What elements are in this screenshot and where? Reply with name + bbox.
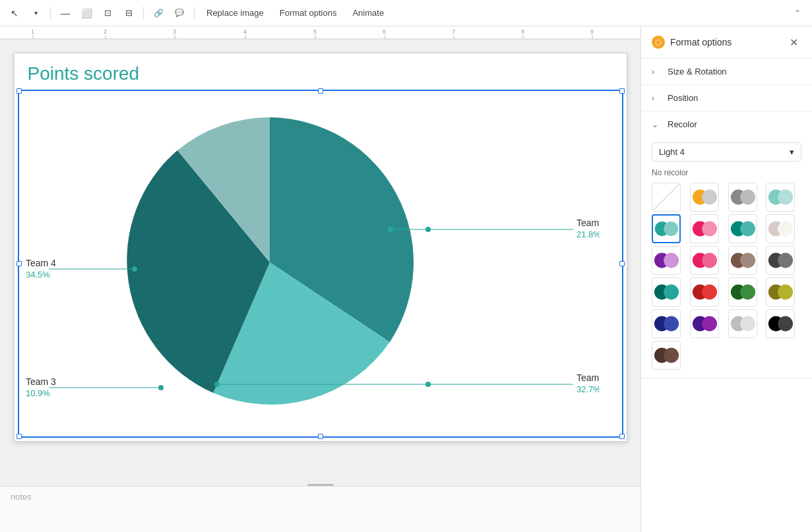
- svg-text:9: 9: [590, 28, 594, 35]
- divider-1: [50, 7, 51, 20]
- swatch-purple[interactable]: [652, 246, 681, 275]
- slide-container: Points scored: [0, 40, 640, 483]
- handle-bottom-center[interactable]: [318, 434, 323, 439]
- svg-text:4: 4: [243, 28, 247, 35]
- link-tool[interactable]: 🔗: [149, 4, 168, 22]
- svg-point-41: [702, 190, 717, 205]
- swatch-no-recolor[interactable]: [652, 183, 681, 212]
- svg-point-36: [158, 385, 164, 390]
- format-panel-title: Format options: [670, 37, 780, 47]
- svg-text:5: 5: [313, 28, 317, 35]
- swatch-dark-teal2[interactable]: [728, 278, 757, 307]
- svg-point-67: [740, 285, 755, 300]
- size-rotation-label: Size & Rotation: [668, 67, 727, 76]
- recolor-section: ⌄ Recolor Light 4 ▾ No recolor: [641, 111, 812, 378]
- swatch-dark-navy[interactable]: [652, 309, 681, 338]
- svg-text:Team 3: Team 3: [26, 376, 56, 387]
- svg-point-53: [778, 222, 793, 237]
- shape-tool[interactable]: ⬜: [77, 4, 96, 22]
- swatch-dark-gray[interactable]: [766, 246, 795, 275]
- svg-point-21: [388, 227, 393, 232]
- position-label: Position: [668, 93, 698, 103]
- recolor-content: Light 4 ▾ No recolor: [641, 137, 812, 378]
- svg-point-63: [664, 285, 679, 300]
- format-panel: ⬡ Format options ✕ › Size & Rotation › P…: [640, 26, 812, 532]
- toolbar: ↖ ▾ — ⬜ ⊡ ⊟ 🔗 💬 Replace image Format opt…: [0, 0, 812, 26]
- svg-point-73: [702, 316, 717, 332]
- svg-text:2: 2: [104, 28, 107, 35]
- slide-area: 1 2 3 4 5 6 7 8 9: [0, 26, 640, 532]
- svg-point-69: [778, 285, 793, 300]
- swatch-brown[interactable]: [728, 246, 757, 275]
- svg-text:6: 6: [383, 28, 386, 35]
- swatch-olive[interactable]: [766, 278, 795, 307]
- notes-placeholder: notes: [11, 492, 32, 502]
- svg-point-75: [740, 316, 755, 332]
- size-rotation-section: › Size & Rotation: [641, 59, 812, 85]
- swatch-gray[interactable]: [728, 183, 757, 212]
- crop-tool[interactable]: ⊡: [98, 4, 117, 22]
- size-rotation-header[interactable]: › Size & Rotation: [641, 59, 812, 84]
- svg-point-55: [664, 253, 679, 268]
- swatch-dark-purple[interactable]: [690, 309, 719, 338]
- swatch-light-tan[interactable]: [766, 214, 795, 243]
- ruler: 1 2 3 4 5 6 7 8 9: [0, 26, 640, 40]
- divider-3: [194, 7, 195, 20]
- handle-middle-right[interactable]: [619, 261, 625, 266]
- format-options-button[interactable]: Format options: [273, 4, 344, 22]
- position-section: › Position: [641, 85, 812, 111]
- handle-top-right[interactable]: [619, 88, 625, 94]
- line-tool[interactable]: —: [56, 4, 75, 22]
- recolor-chevron: ⌄: [652, 120, 662, 129]
- select-dropdown[interactable]: ▾: [26, 4, 45, 22]
- chart-title: Points scored: [28, 63, 140, 84]
- svg-point-43: [740, 190, 755, 205]
- swatch-teal2[interactable]: [728, 214, 757, 243]
- swatch-dark-green[interactable]: [690, 278, 719, 307]
- swatch-light-gray[interactable]: [728, 309, 757, 338]
- svg-point-25: [214, 382, 220, 387]
- position-header[interactable]: › Position: [641, 85, 812, 111]
- dropdown-arrow-icon: ▾: [790, 147, 794, 157]
- replace-image-button[interactable]: Replace image: [200, 4, 270, 22]
- swatch-pink[interactable]: [690, 214, 719, 243]
- recolor-dropdown[interactable]: Light 4 ▾: [652, 142, 801, 162]
- position-chevron: ›: [652, 94, 662, 103]
- swatch-teal-selected[interactable]: [652, 214, 681, 243]
- color-grid: [652, 183, 801, 370]
- animate-button[interactable]: Animate: [346, 4, 390, 22]
- svg-text:10.9%: 10.9%: [26, 388, 50, 398]
- svg-point-45: [778, 190, 793, 205]
- main-area: 1 2 3 4 5 6 7 8 9: [0, 26, 812, 532]
- notes-area[interactable]: notes: [0, 486, 640, 532]
- no-recolor-label: No recolor: [652, 168, 801, 177]
- recolor-dropdown-value: Light 4: [659, 147, 685, 157]
- swatch-pink2[interactable]: [690, 246, 719, 275]
- swatch-black[interactable]: [766, 309, 795, 338]
- svg-point-79: [664, 348, 679, 363]
- recolor-header[interactable]: ⌄ Recolor: [641, 111, 812, 137]
- svg-point-47: [664, 222, 678, 236]
- toolbar-collapse-button[interactable]: ⌃: [788, 4, 807, 22]
- svg-point-57: [702, 253, 717, 268]
- svg-point-26: [425, 382, 431, 387]
- svg-point-65: [702, 285, 717, 300]
- swatch-dark-brown[interactable]: [652, 341, 681, 370]
- svg-point-71: [664, 316, 679, 332]
- svg-text:3: 3: [173, 28, 176, 35]
- swatch-orange[interactable]: [690, 183, 719, 212]
- svg-text:7: 7: [452, 28, 455, 35]
- format-panel-close-button[interactable]: ✕: [786, 34, 801, 50]
- chart-selection[interactable]: Team 1 21.8% Team 2 32.7% Team 4 34.5%: [18, 90, 623, 438]
- swatch-dark-teal[interactable]: [652, 278, 681, 307]
- select-tool[interactable]: ↖: [5, 4, 24, 22]
- alt-text-tool[interactable]: 💬: [170, 4, 189, 22]
- handle-bottom-right[interactable]: [619, 434, 625, 439]
- recolor-label: Recolor: [668, 119, 697, 129]
- svg-text:Team 4: Team 4: [26, 258, 56, 268]
- swatch-teal-light[interactable]: [766, 183, 795, 212]
- mask-tool[interactable]: ⊟: [119, 4, 138, 22]
- format-panel-icon: ⬡: [652, 36, 665, 49]
- handle-bottom-left[interactable]: [16, 434, 22, 439]
- svg-line-39: [652, 183, 680, 211]
